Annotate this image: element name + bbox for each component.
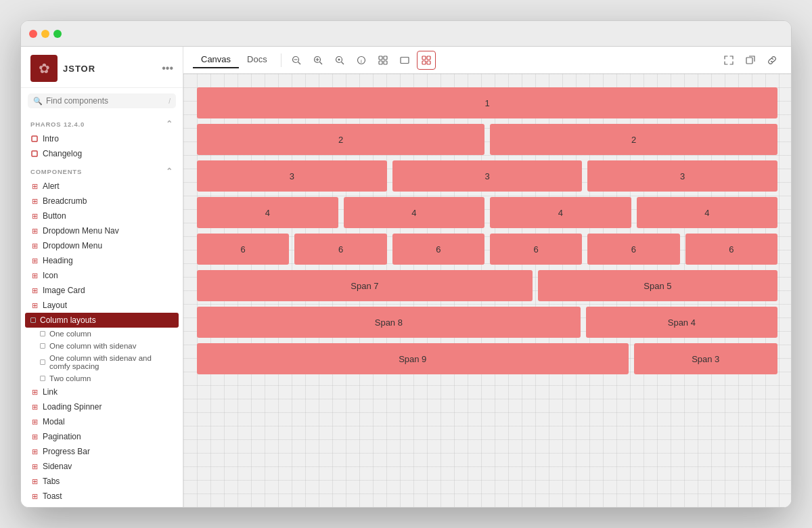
- sidebar-item-heading-label: Heading: [43, 256, 73, 265]
- sidebar-item-one-column-label: One column: [49, 330, 91, 338]
- sidebar-item-alert[interactable]: ⊞ Alert: [21, 179, 183, 194]
- minimize-button[interactable]: [41, 30, 49, 38]
- alert-icon: ⊞: [30, 182, 39, 190]
- traffic-lights: [29, 30, 62, 38]
- sidebar-item-link[interactable]: ⊞ Link: [21, 384, 183, 399]
- toolbar-icons: i: [287, 51, 436, 70]
- zoom-in-button[interactable]: [309, 51, 328, 70]
- fullscreen-button[interactable]: [719, 51, 738, 70]
- sidebar-item-changelog-label: Changelog: [43, 149, 82, 158]
- link-icon: ⊞: [30, 388, 39, 396]
- sidebar-item-icon[interactable]: ⊞ Icon: [21, 268, 183, 283]
- maximize-button[interactable]: [53, 30, 62, 38]
- one-column-comfy-icon: [40, 359, 45, 365]
- sidebar-item-icon-label: Icon: [43, 271, 58, 280]
- canvas-area[interactable]: 1 2 2 3 3 3 4 4: [183, 74, 791, 507]
- sidebar-item-changelog[interactable]: Changelog: [21, 146, 183, 161]
- sidebar-item-button-label: Button: [43, 211, 66, 221]
- svg-rect-16: [379, 61, 382, 64]
- sidebar-item-one-column-sidenav[interactable]: One column with sidenav: [21, 340, 183, 352]
- logo-area: ✿ JSTOR: [30, 55, 95, 82]
- viewport-button[interactable]: [395, 51, 414, 70]
- sidebar-item-progress-bar[interactable]: ⊞ Progress Bar: [21, 444, 183, 459]
- grid-view-button[interactable]: [374, 51, 392, 70]
- sidebar-item-column-layouts[interactable]: Column layouts: [25, 313, 179, 328]
- pagination-icon: ⊞: [30, 433, 39, 441]
- col-block-span9: Span 9: [197, 343, 629, 374]
- heading-icon: ⊞: [30, 257, 39, 265]
- sidebar-item-modal[interactable]: ⊞ Modal: [21, 414, 183, 429]
- sidebar-item-heading[interactable]: ⊞ Heading: [21, 253, 183, 268]
- sidebar-item-button[interactable]: ⊞ Button: [21, 208, 183, 223]
- layout-icon: ⊞: [30, 301, 39, 309]
- svg-line-10: [341, 62, 344, 64]
- svg-rect-18: [401, 57, 409, 63]
- sidebar-item-toast-label: Toast: [43, 491, 62, 501]
- svg-point-11: [338, 58, 340, 60]
- toolbar-divider: [281, 53, 281, 67]
- tab-docs[interactable]: Docs: [239, 51, 275, 68]
- sidebar-item-column-layouts-label: Column layouts: [40, 315, 96, 325]
- canvas-row-6: 6 6 6 6 6 6: [197, 234, 777, 265]
- new-window-button[interactable]: [741, 51, 760, 70]
- svg-line-3: [298, 62, 300, 64]
- col-block: 3: [587, 160, 777, 192]
- sidebar-item-progress-bar-label: Progress Bar: [43, 447, 90, 456]
- sidebar-item-layout[interactable]: ⊞ Layout: [21, 298, 183, 313]
- sidebar-item-one-column-sidenav-comfy[interactable]: One column with sidenav and comfy spacin…: [21, 352, 183, 372]
- sidebar-item-loading-spinner[interactable]: ⊞ Loading Spinner: [21, 399, 183, 414]
- col-block: 4: [344, 197, 485, 228]
- col-block: 2: [197, 124, 484, 155]
- sidebar-item-modal-label: Modal: [43, 417, 65, 426]
- col-block: 4: [490, 197, 631, 228]
- svg-rect-22: [427, 61, 430, 64]
- sidebar-item-loading-spinner-label: Loading Spinner: [43, 402, 102, 412]
- canvas-row-span75: Span 7 Span 5: [197, 270, 777, 301]
- close-button[interactable]: [29, 30, 37, 38]
- sidebar-item-one-column[interactable]: One column: [21, 328, 183, 340]
- sidebar-item-intro-label: Intro: [43, 134, 59, 144]
- sidebar-item-dropdown-menu-nav[interactable]: ⊞ Dropdown Menu Nav: [21, 223, 183, 238]
- col-block: 4: [637, 197, 778, 228]
- search-input[interactable]: [46, 96, 165, 106]
- col-block: 6: [685, 234, 777, 265]
- active-tool-button[interactable]: [417, 51, 436, 70]
- sidebar-item-toggle-button-group[interactable]: ⊞ Toggle Button Group: [21, 504, 183, 507]
- sidebar-item-intro[interactable]: Intro: [21, 131, 183, 146]
- sidebar-item-one-column-sidenav-label: One column with sidenav: [49, 342, 136, 350]
- col-block: 6: [294, 234, 386, 265]
- title-bar: [21, 21, 791, 47]
- svg-rect-23: [746, 58, 752, 64]
- sidebar-item-pagination[interactable]: ⊞ Pagination: [21, 429, 183, 444]
- more-options-button[interactable]: •••: [162, 62, 173, 74]
- sidebar-item-tabs[interactable]: ⊞ Tabs: [21, 474, 183, 489]
- search-bar[interactable]: 🔍 /: [28, 93, 176, 108]
- reset-zoom-button[interactable]: [330, 51, 349, 70]
- sidebar-item-breadcrumb[interactable]: ⊞ Breadcrumb: [21, 194, 183, 208]
- search-icon: 🔍: [33, 97, 43, 106]
- sidebar-item-sidenav[interactable]: ⊞ Sidenav: [21, 459, 183, 474]
- sidebar-item-two-column-label: Two column: [49, 374, 91, 382]
- zoom-out-button[interactable]: [287, 51, 306, 70]
- svg-rect-17: [384, 61, 387, 64]
- sidebar-item-two-column[interactable]: Two column: [21, 372, 183, 384]
- col-block: 2: [490, 124, 777, 155]
- col-block: 4: [197, 197, 338, 228]
- progress-bar-icon: ⊞: [30, 447, 39, 456]
- col-block: 3: [392, 160, 583, 192]
- tab-canvas[interactable]: Canvas: [193, 51, 239, 68]
- sidebar-item-toast[interactable]: ⊞ Toast: [21, 489, 183, 504]
- one-column-icon: [40, 331, 45, 336]
- link-button[interactable]: [763, 51, 782, 70]
- modal-icon: ⊞: [30, 418, 39, 426]
- sidebar-item-layout-label: Layout: [43, 301, 67, 310]
- sidenav-icon: ⊞: [30, 462, 39, 470]
- sidebar-item-image-card[interactable]: ⊞ Image Card: [21, 283, 183, 298]
- toast-icon: ⊞: [30, 492, 39, 500]
- sidebar-item-dropdown-menu[interactable]: ⊞ Dropdown Menu: [21, 238, 183, 253]
- svg-rect-19: [422, 56, 426, 60]
- canvas-row-3: 3 3 3: [197, 160, 777, 192]
- sidebar-item-alert-label: Alert: [43, 181, 60, 191]
- two-column-icon: [40, 376, 45, 381]
- info-button[interactable]: i: [352, 51, 371, 70]
